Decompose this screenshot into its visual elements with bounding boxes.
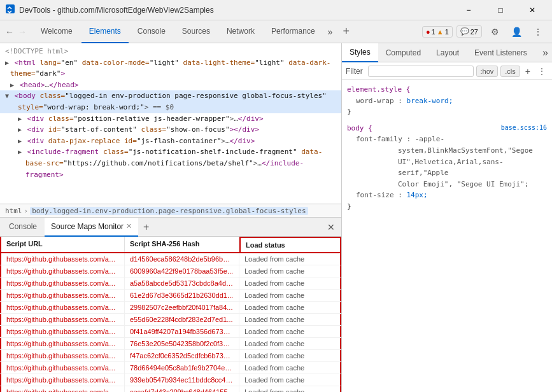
table-row: https://github.githubassets.com/assets/2… — [0, 290, 341, 302]
error-badge[interactable]: ● 1 ▲ 1 — [422, 26, 453, 38]
tab-layout[interactable]: Layout — [428, 43, 467, 62]
expand-icon: ▶ — [18, 148, 22, 155]
new-tab-button[interactable]: + — [337, 20, 355, 43]
info-count: 27 — [471, 28, 478, 36]
tree-body[interactable]: ▼ <body class="logged-in env-production … — [0, 90, 341, 102]
tab-sources[interactable]: Sources — [174, 20, 218, 43]
style-prop-font-family-cont3: Color Emoji", "Segoe UI Emoji"; — [347, 179, 547, 190]
table-row: https://github.githubassets.com/assets/8… — [0, 374, 341, 386]
info-icon: 💬 — [460, 27, 469, 36]
tab-event-listeners[interactable]: Event Listeners — [467, 43, 535, 62]
table-row: https://github.githubassets.com/assets/e… — [0, 265, 341, 277]
settings-button[interactable]: ⚙ — [486, 23, 504, 41]
toolbar-icons: ● 1 ▲ 1 💬 27 ⚙ 👤 ⋮ — [422, 23, 547, 41]
tree-div3: ▶ <div data-pjax-replace id="js-flash-co… — [0, 136, 341, 147]
table-row: https://github.githubassets.com/assets/e… — [0, 326, 341, 338]
cell-status: Loaded from cache — [239, 290, 341, 301]
breadcrumb: html › body.logged-in.env-production.pag… — [0, 204, 341, 218]
more-options-button[interactable]: ⋮ — [529, 23, 547, 41]
cls-button[interactable]: .cls — [500, 66, 520, 77]
style-prop-word-wrap: word-wrap : break-word; — [347, 95, 547, 107]
tab-network[interactable]: Network — [219, 20, 262, 43]
source-maps-container: Script URL Script SHA-256 Hash Load stat… — [0, 237, 341, 392]
tab-styles[interactable]: Styles — [342, 43, 378, 62]
tab-computed[interactable]: Computed — [378, 43, 428, 62]
tab-console-label: Console — [138, 27, 166, 36]
tab-elements[interactable]: Elements — [81, 20, 129, 43]
tab-source-maps[interactable]: Source Maps Monitor ✕ — [45, 218, 138, 237]
more-tabs-button[interactable]: » — [324, 20, 337, 43]
cell-status: Loaded from cache — [239, 265, 341, 277]
col-script-url: Script URL — [0, 237, 125, 252]
cell-url: https://github.githubassets.com/assets/1… — [0, 386, 125, 392]
cell-status: Loaded from cache — [239, 338, 341, 349]
style-prop-font-size: font-size : 14px; — [347, 190, 547, 201]
minimize-button[interactable]: − — [454, 0, 483, 20]
cell-hash: 29982507c2eefbbf20f4017fa84... — [125, 302, 239, 313]
info-badge[interactable]: 💬 27 — [456, 25, 482, 38]
warning-count: 1 — [445, 28, 449, 36]
error-count: 1 — [432, 28, 435, 36]
console-tabs-row: Console Source Maps Monitor ✕ + ✕ — [0, 218, 341, 237]
tab-console[interactable]: Console — [130, 20, 173, 43]
tab-welcome[interactable]: Welcome — [33, 20, 80, 43]
cell-hash: d14560eca586248b2de5b96be8... — [125, 253, 239, 265]
style-prop-font-family-cont2: UI",Helvetica,Arial,sans-serif,"Apple — [347, 157, 547, 179]
cell-url: https://github.githubassets.com/assets/e… — [0, 265, 125, 277]
filter-input[interactable] — [368, 66, 474, 77]
table-body: https://github.githubassets.com/assets/r… — [0, 253, 341, 392]
breadcrumb-body[interactable]: body.logged-in.env-production.page-respo… — [30, 207, 308, 215]
cell-hash: a5a58abcde5d53173cbdc8a4d7... — [125, 277, 239, 289]
cell-status: Loaded from cache — [239, 277, 341, 289]
event-listeners-label: Event Listeners — [474, 48, 527, 57]
close-console-button[interactable]: ✕ — [323, 220, 339, 235]
tab-performance-label: Performance — [271, 27, 315, 36]
tree-include: ▶ <include-fragment class="js-notificati… — [0, 146, 341, 158]
element-style-selector: element.style { — [347, 84, 547, 95]
cell-status: Loaded from cache — [239, 350, 341, 361]
tree-html-cont: theme="dark"> — [0, 68, 341, 80]
tab-performance[interactable]: Performance — [264, 20, 323, 43]
cell-status: Loaded from cache — [239, 374, 341, 386]
source-maps-label: Source Maps Monitor — [51, 222, 124, 231]
devtools-main: <!DOCTYPE html> ▶ <html lang="en" data-c… — [0, 43, 552, 392]
more-right-tabs-button[interactable]: » — [539, 47, 552, 59]
tab-console-panel[interactable]: Console — [3, 218, 43, 237]
close-button[interactable]: ✕ — [518, 0, 547, 20]
cell-hash: e55d60e228f4cdbf283e2d7ed1... — [125, 314, 239, 325]
user-button[interactable]: 👤 — [507, 23, 525, 41]
tree-doctype: <!DOCTYPE html> — [0, 46, 341, 57]
console-tab-label: Console — [9, 222, 37, 231]
style-prop-font-family-cont: system,BlinkMacSystemFont,"Segoe — [347, 145, 547, 157]
expand-icon: ▶ — [5, 59, 9, 66]
expand-icon: ▶ — [18, 126, 22, 133]
expand-icon: ▼ — [5, 92, 9, 99]
cell-url: https://github.githubassets.com/assets/e… — [0, 326, 125, 337]
maximize-button[interactable]: □ — [486, 0, 515, 20]
table-row: https://github.githubassets.com/assets/5… — [0, 277, 341, 290]
back-icon: ← — [5, 27, 14, 37]
breadcrumb-html[interactable]: html — [5, 207, 22, 215]
tab-network-label: Network — [227, 27, 255, 36]
hov-button[interactable]: :hov — [476, 66, 499, 77]
table-row: https://github.githubassets.com/assets/g… — [0, 302, 341, 314]
filter-row: Filter :hov .cls + ⋮ — [342, 62, 552, 80]
more-filter-button[interactable]: ⋮ — [535, 66, 548, 77]
expand-icon: ▶ — [18, 115, 22, 122]
table-row: https://github.githubassets.com/assets/1… — [0, 386, 341, 392]
cell-hash: 78d66494e05c8ab1fe9b2704e8... — [125, 362, 239, 374]
warning-icon: ▲ — [437, 28, 444, 36]
cell-hash: f47ac62cf0c6352d5cdfcb6b7324... — [125, 350, 239, 361]
style-source-link[interactable]: base.scss:16 — [501, 123, 547, 133]
table-row: https://github.githubassets.com/assets/r… — [0, 253, 341, 265]
add-style-button[interactable]: + — [523, 65, 533, 78]
error-icon: ● — [426, 28, 430, 36]
cell-status: Loaded from cache — [239, 326, 341, 337]
col-load-status: Load status — [239, 237, 341, 252]
style-prop-font-family: font-family : -apple- — [347, 134, 547, 145]
tree-body-style: style="word-wrap: break-word;"> == $0 — [0, 102, 341, 113]
cell-url: https://github.githubassets.com/assets/5… — [0, 338, 125, 349]
html-tree[interactable]: <!DOCTYPE html> ▶ <html lang="en" data-c… — [0, 43, 341, 204]
close-source-maps-icon[interactable]: ✕ — [126, 222, 132, 230]
add-console-tab-button[interactable]: + — [139, 218, 153, 237]
